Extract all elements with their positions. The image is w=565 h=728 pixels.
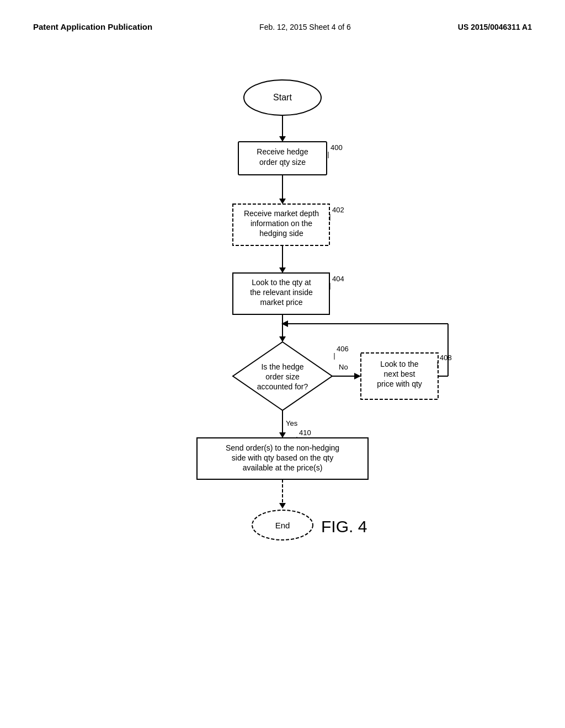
label-410: 410 bbox=[299, 429, 311, 437]
label-404: 404 bbox=[332, 275, 344, 283]
node-406-line2: order size bbox=[265, 372, 300, 381]
svg-marker-26 bbox=[279, 432, 286, 438]
header: Patent Application Publication Feb. 12, … bbox=[33, 22, 532, 31]
label-408: 408 bbox=[440, 354, 452, 362]
node-402-line1: Receive market depth bbox=[244, 209, 319, 218]
svg-marker-18 bbox=[354, 373, 361, 379]
header-center: Feb. 12, 2015 Sheet 4 of 6 bbox=[259, 23, 351, 31]
svg-marker-2 bbox=[279, 136, 286, 142]
node-408-line2: next best bbox=[384, 370, 415, 378]
node-404-line1: Look to the qty at bbox=[252, 278, 311, 287]
fig-label: FIG. 4 bbox=[321, 517, 367, 536]
node-406-line1: Is the hedge bbox=[261, 362, 303, 371]
node-404-line2: the relevant inside bbox=[250, 288, 313, 297]
node-402-line3: hedging side bbox=[259, 229, 303, 238]
svg-marker-10 bbox=[279, 267, 286, 273]
node-408-line1: Look to the bbox=[380, 360, 418, 368]
node-400-line2: order qty size bbox=[259, 158, 306, 167]
no-label: No bbox=[339, 363, 348, 371]
svg-marker-30 bbox=[279, 503, 286, 508]
node-408-line3: price with qty bbox=[377, 379, 422, 388]
flowchart-container: Start Receive hedge order qty size 400 R… bbox=[33, 65, 532, 644]
node-402-line2: information on the bbox=[250, 219, 312, 228]
node-410-line2: side with qty based on the qty bbox=[232, 453, 333, 462]
label-400: 400 bbox=[331, 143, 343, 152]
yes-label: Yes bbox=[286, 419, 298, 427]
node-410-line1: Send order(s) to the non-hedging bbox=[226, 443, 339, 452]
svg-marker-14 bbox=[279, 336, 286, 342]
label-402: 402 bbox=[332, 206, 344, 214]
page: Patent Application Publication Feb. 12, … bbox=[0, 0, 565, 728]
header-left: Patent Application Publication bbox=[33, 22, 152, 31]
node-404-line3: market price bbox=[260, 298, 302, 307]
svg-marker-6 bbox=[279, 199, 286, 204]
node-400-line1: Receive hedge bbox=[257, 147, 308, 156]
flowchart-svg: Start Receive hedge order qty size 400 R… bbox=[111, 65, 454, 644]
start-label: Start bbox=[273, 93, 292, 102]
label-406: 406 bbox=[337, 345, 349, 353]
node-410-line3: available at the price(s) bbox=[243, 463, 323, 472]
end-label: End bbox=[275, 521, 290, 530]
node-406-line3: accounted for? bbox=[257, 382, 308, 391]
header-right: US 2015/0046311 A1 bbox=[458, 23, 532, 31]
